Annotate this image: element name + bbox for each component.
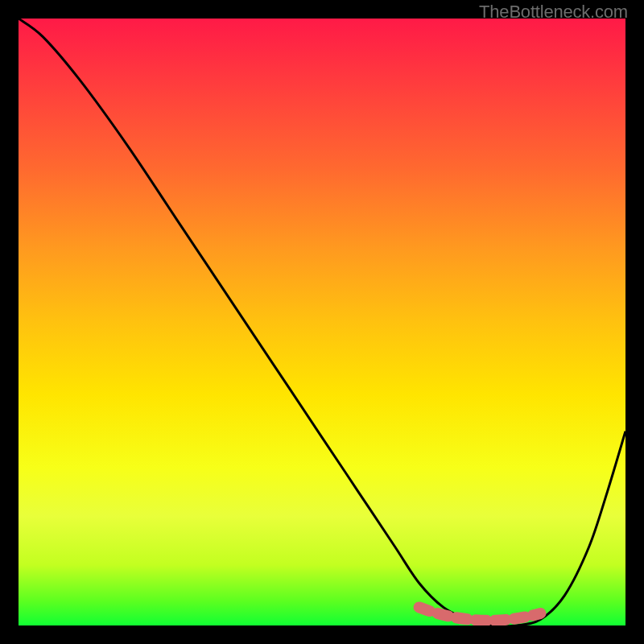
bottleneck-curve-svg xyxy=(19,19,625,625)
trough-marker xyxy=(419,607,541,620)
bottleneck-curve xyxy=(19,19,625,625)
plot-outer xyxy=(19,19,625,625)
watermark-text: TheBottleneck.com xyxy=(479,2,628,23)
chart-frame: TheBottleneck.com xyxy=(0,0,644,644)
